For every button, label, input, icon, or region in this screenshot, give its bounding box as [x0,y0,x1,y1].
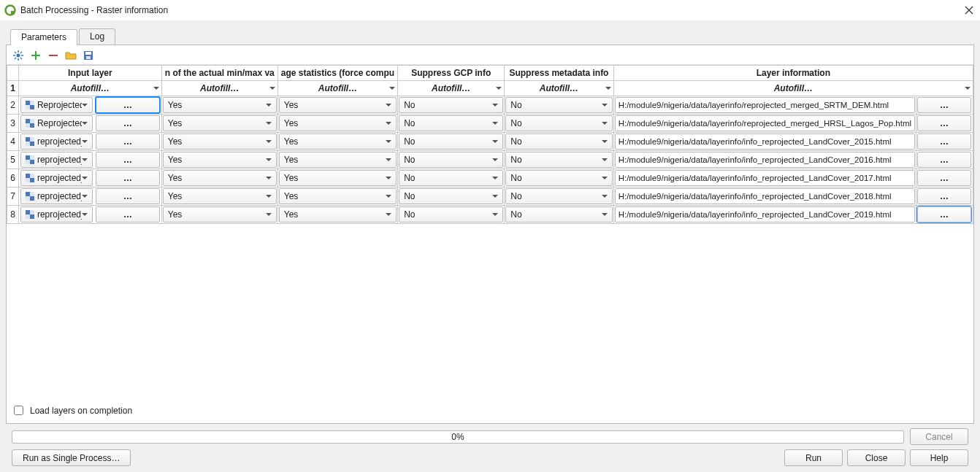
output-path-input[interactable]: H:/module9/nigeria/data/layerinfo/reproj… [615,97,915,113]
run-button[interactable]: Run [784,449,843,466]
close-button[interactable]: Close [847,449,906,466]
open-icon[interactable] [65,50,77,61]
output-path-input[interactable]: H:/module9/nigeria/data/layerinfo/info_r… [615,188,915,204]
svg-rect-14 [31,55,40,56]
output-browse-button[interactable]: … [917,97,971,113]
output-path-input[interactable]: H:/module9/nigeria/data/layerinfo/info_r… [615,134,915,150]
minmax-select[interactable]: Yes [163,188,277,204]
input-layer-combo[interactable]: reprojected_LandCov [20,188,93,204]
header-suppress-gcp[interactable]: Suppress GCP info [398,66,505,81]
meta-select[interactable]: No [505,170,612,186]
header-suppress-meta[interactable]: Suppress metadata info [505,66,613,81]
output-browse-button[interactable]: … [917,170,971,186]
cancel-button[interactable]: Cancel [910,428,968,445]
minmax-select[interactable]: Yes [163,134,277,150]
meta-select[interactable]: No [505,97,612,113]
chevron-down-icon [492,195,498,198]
output-browse-button[interactable]: … [917,134,971,150]
chevron-down-icon [153,87,159,90]
remove-row-icon[interactable] [47,50,59,61]
output-path-input[interactable]: H:/module9/nigeria/data/layerinfo/info_r… [615,206,915,223]
gear-settings-icon[interactable] [12,50,24,61]
stats-select[interactable]: Yes [279,115,397,131]
input-layer-browse-button[interactable]: … [96,134,159,150]
output-browse-button[interactable]: … [917,152,971,168]
header-input-layer[interactable]: Input layer [18,66,161,81]
help-button[interactable]: Help [910,449,968,466]
gcp-select[interactable]: No [399,115,503,131]
input-layer-combo[interactable]: reprojected_LandCov [20,134,93,150]
stats-select[interactable]: Yes [279,134,397,150]
autofill-minmax[interactable]: Autofill… [161,81,277,96]
load-layers-checkbox[interactable] [14,406,23,415]
raster-icon [26,119,34,128]
row-number[interactable]: 8 [7,206,19,224]
output-path-input[interactable]: H:/module9/nigeria/data/layerinfo/info_r… [615,152,915,168]
output-browse-button[interactable]: … [917,188,971,204]
save-icon[interactable] [83,50,94,61]
header-layer-information[interactable]: Layer information [613,66,973,81]
meta-select[interactable]: No [505,152,612,168]
gcp-select[interactable]: No [399,97,503,113]
cell-minmax: Yes [161,151,277,169]
input-layer-browse-button[interactable]: … [96,152,159,168]
input-layer-combo[interactable]: reprojected_LandCov [20,170,93,186]
output-browse-button[interactable]: … [917,115,971,131]
row-number[interactable]: 4 [7,133,19,151]
autofill-input[interactable]: Autofill… [18,81,161,96]
minmax-select[interactable]: Yes [163,115,277,131]
autofill-label: Autofill… [432,83,470,93]
tab-log[interactable]: Log [79,28,115,45]
chevron-down-icon [492,140,498,143]
meta-select[interactable]: No [505,206,612,223]
stats-select[interactable]: Yes [279,188,397,204]
input-layer-combo[interactable]: Reprojected_merged_ [20,97,93,113]
input-layer-combo[interactable]: Reprojected_HRSL_La [20,115,93,131]
autofill-output[interactable]: Autofill… [613,81,973,96]
input-layer-combo[interactable]: reprojected_LandCov [20,206,93,223]
header-minmax[interactable]: n of the actual min/max va [161,66,277,81]
input-layer-combo[interactable]: reprojected_LandCov [20,152,93,168]
meta-select[interactable]: No [505,134,612,150]
gcp-select[interactable]: No [399,206,503,223]
autofill-gcp[interactable]: Autofill… [398,81,505,96]
input-layer-browse-button[interactable]: … [96,170,159,186]
input-layer-browse-button[interactable]: … [96,115,159,131]
stats-select[interactable]: Yes [279,170,397,186]
chevron-down-icon [602,140,608,143]
minmax-select[interactable]: Yes [163,97,277,113]
minmax-select[interactable]: Yes [163,206,277,223]
stats-select[interactable]: Yes [279,152,397,168]
output-browse-button[interactable]: … [917,206,971,223]
output-path-input[interactable]: H:/module9/nigeria/data/layerinfo/info_r… [615,170,915,186]
tab-parameters[interactable]: Parameters [10,29,77,45]
input-layer-browse-button[interactable]: … [96,188,159,204]
input-layer-browse-button[interactable]: … [96,206,159,223]
row-number[interactable]: 2 [7,96,19,115]
row-number[interactable]: 3 [7,115,19,133]
row-number[interactable]: 5 [7,151,19,169]
meta-select[interactable]: No [505,115,612,131]
header-stats[interactable]: age statistics (force compu [277,66,397,81]
input-layer-browse-button[interactable]: … [96,97,159,113]
stats-select[interactable]: Yes [279,97,397,113]
footer-buttons: Run as Single Process… Run Close Help [12,449,968,466]
add-row-icon[interactable] [30,50,42,61]
output-path-input[interactable]: H:/module9/nigeria/data/layerinfo/reproj… [615,115,915,131]
autofill-stats[interactable]: Autofill… [277,81,397,96]
autofill-meta[interactable]: Autofill… [505,81,613,96]
meta-select[interactable]: No [505,188,612,204]
stats-select[interactable]: Yes [279,206,397,223]
row-number[interactable]: 7 [7,187,19,206]
gcp-select[interactable]: No [399,188,503,204]
run-single-process-button[interactable]: Run as Single Process… [12,449,131,466]
batch-table: Input layer n of the actual min/max va a… [7,65,973,224]
close-icon[interactable] [964,5,974,15]
minmax-select[interactable]: Yes [163,152,277,168]
gcp-select[interactable]: No [399,170,503,186]
row-number[interactable]: 6 [7,169,19,187]
minmax-select[interactable]: Yes [163,170,277,186]
gcp-select[interactable]: No [399,152,503,168]
autofill-label: Autofill… [540,83,578,93]
gcp-select[interactable]: No [399,134,503,150]
